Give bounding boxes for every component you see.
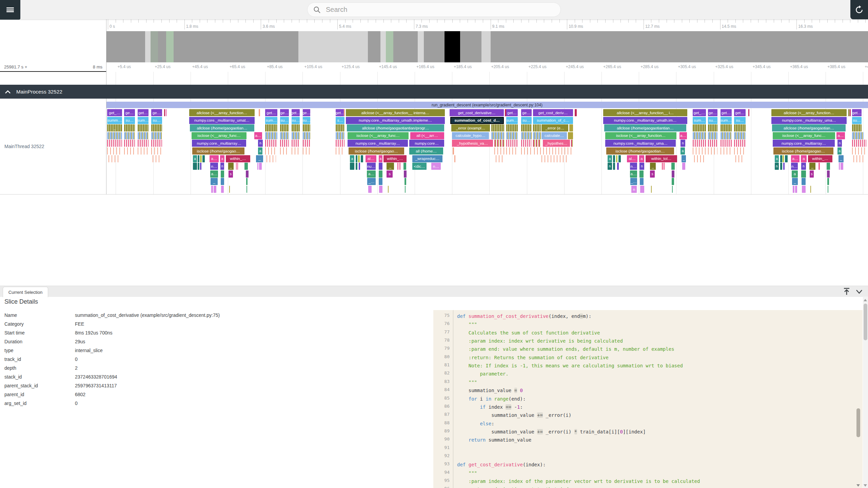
flame-slice[interactable]: summation_of_c… [533,117,573,124]
flame-slice[interactable]: get… [292,109,300,116]
flame-slice[interactable] [708,147,717,155]
flame-slice[interactable] [124,124,135,131]
flame-slice[interactable] [616,155,617,162]
flame-slice[interactable]: a… [210,170,218,178]
flame-slice[interactable] [107,132,122,139]
flame-slice[interactable] [734,147,746,155]
search-bar[interactable] [307,2,561,17]
flame-slice[interactable]: get… [852,109,862,116]
flame-slice[interactable]: n… [791,163,798,170]
minimap-segment[interactable] [386,31,393,62]
flame-slice[interactable]: _ [228,163,234,170]
flame-slice[interactable]: numpy.core._multiarray_uma… [771,117,847,124]
flame-slice[interactable] [852,132,864,139]
minimap-segment[interactable] [106,31,145,62]
flame-slice[interactable] [827,163,830,170]
flame-slice[interactable] [534,147,573,155]
flame-slice[interactable] [640,178,644,185]
flame-slice[interactable] [506,124,518,131]
flame-slice[interactable] [292,147,300,155]
flame-slice[interactable] [827,178,829,185]
flame-slice[interactable]: summ… [107,117,122,124]
flame-slice[interactable]: n [258,140,263,147]
flame-slice[interactable] [151,124,162,131]
flame-slice[interactable] [494,147,504,155]
flame-slice[interactable]: isclose (/home/gaogaotian… [606,147,674,155]
flame-slice[interactable]: a… [836,132,845,139]
flame-slice[interactable]: isclose (<__array_func… [773,132,835,139]
flame-slice[interactable] [664,163,665,170]
flame-slice[interactable]: isclose (<__array_func… [192,132,246,139]
flame-slice[interactable]: get… [734,109,746,116]
minimap-segment[interactable] [151,31,158,62]
flame-slice[interactable] [618,155,621,162]
flame-slice[interactable] [571,140,573,147]
flame-slice[interactable]: a [801,155,807,162]
flame-slice[interactable] [521,147,532,155]
flame-slice[interactable] [613,155,615,162]
flame-slice[interactable] [850,109,851,116]
flame-slice[interactable]: ge… [521,109,532,116]
flame-slice[interactable]: a [775,155,779,162]
flame-slice[interactable] [810,186,811,193]
flame-slice[interactable] [280,124,289,131]
flame-slice[interactable] [841,163,843,170]
flame-slice[interactable]: numpy.core._multiarray_uma… [605,140,676,147]
flame-slice[interactable]: _ [387,163,394,170]
flame-slice[interactable]: s [650,170,655,178]
flame-slice[interactable]: calculate… [541,132,567,139]
flame-slice[interactable]: n [608,163,612,170]
flame-slice[interactable] [358,155,360,162]
flame-slice[interactable] [292,132,300,139]
minimap-segment[interactable] [368,31,380,62]
flame-slice[interactable]: ge… [151,109,162,116]
flame-slice[interactable] [828,186,828,193]
flame-slice[interactable]: su… [852,117,862,124]
flame-slice[interactable] [721,140,732,147]
flame-slice[interactable] [359,163,360,170]
minimap-segment[interactable] [145,31,151,62]
flame-slice[interactable]: a… [630,170,637,178]
flame-slice[interactable] [267,155,276,162]
flame-slice[interactable]: _ [682,155,686,162]
panel-scrollbar[interactable] [863,297,868,488]
flame-slice[interactable]: ge… [280,109,289,116]
flame-slice[interactable]: allclose (<__array_function… [771,109,847,116]
flame-slice[interactable] [640,186,644,193]
flame-slice[interactable] [506,132,518,139]
flame-slice[interactable]: _… [630,178,637,185]
flame-slice[interactable] [280,140,289,147]
minimap-segment[interactable] [393,31,418,62]
flame-slice[interactable]: s [229,170,233,178]
flame-slice[interactable] [368,186,372,193]
expand-panel-icon[interactable] [843,287,850,296]
flame-slice[interactable] [198,155,199,162]
flame-slice[interactable] [344,109,345,116]
flame-slice[interactable] [672,186,673,193]
flame-slice[interactable]: isclose (/home/gaogao… [349,147,404,155]
flame-slice[interactable] [107,147,122,155]
flame-slice[interactable]: _error (e… [541,124,568,131]
flame-slice[interactable] [506,140,518,147]
flame-slice[interactable] [397,163,398,170]
flame-slice[interactable]: sum… [506,117,518,124]
flame-slice[interactable]: su… [303,117,310,124]
flame-slice[interactable] [303,124,310,131]
flame-slice[interactable] [721,124,732,131]
flame-slice[interactable] [336,132,344,139]
flame-slice[interactable] [802,178,806,185]
flame-slice[interactable]: allclose (/home/gaogaotian… [190,124,254,131]
flame-slice[interactable]: get_cost_derivative… [450,109,504,116]
flame-slice[interactable] [852,124,862,131]
flame-slice[interactable] [651,186,652,193]
flame-slice[interactable]: _ [839,155,844,162]
flame-slice[interactable] [200,155,202,162]
flame-slice[interactable] [682,163,685,170]
flame-slice[interactable] [735,155,744,162]
flame-slice[interactable]: sum… [721,117,732,124]
flame-slice[interactable] [506,147,518,155]
flame-slice[interactable]: get_cost_deriv… [533,109,573,116]
flame-slice[interactable] [265,147,277,155]
flame-slice[interactable] [280,147,289,155]
flame-slice[interactable] [138,140,149,147]
